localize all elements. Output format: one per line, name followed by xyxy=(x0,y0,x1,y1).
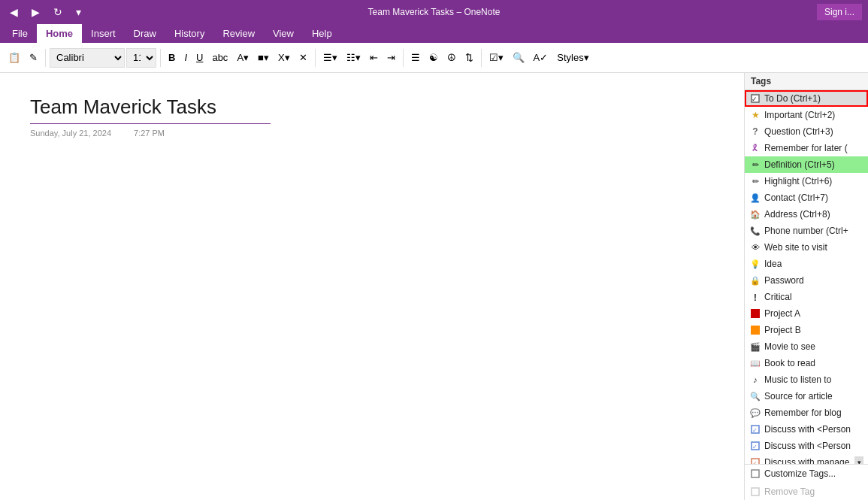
tag-label-book: Book to read xyxy=(764,358,815,368)
sign-in-button[interactable]: Sign i... xyxy=(817,4,862,20)
svg-text:✓: ✓ xyxy=(752,427,758,434)
tag-item-book[interactable]: 📖 Book to read xyxy=(745,355,868,371)
tag-item-important[interactable]: ★ Important (Ctrl+2) xyxy=(745,107,868,123)
align-left-button[interactable]: ☰ xyxy=(407,47,424,68)
window-title: Team Maverick Tasks – OneNote xyxy=(368,7,501,17)
toolbar: 📋 ✎ Calibri 11 B I U abc A▾ ■▾ X▾ ✕ ☰▾ ☷… xyxy=(0,43,868,73)
note-title: Team Maverick Tasks xyxy=(30,95,271,124)
tag-item-source[interactable]: 🔍 Source for article xyxy=(745,388,868,405)
tab-review[interactable]: Review xyxy=(213,24,264,43)
tag-item-phone[interactable]: 📞 Phone number (Ctrl+ xyxy=(745,223,868,239)
toolbar-separator-4 xyxy=(403,49,404,67)
tag-item-discuss3[interactable]: ✓ Discuss with manage ▾ xyxy=(745,454,868,464)
tag-item-remember[interactable]: 🎗 Remember for later ( xyxy=(745,140,868,156)
title-bar-left: ◀ ▶ ↻ ▾ xyxy=(6,5,85,20)
main-area: Team Maverick Tasks Sunday, July 21, 202… xyxy=(0,73,868,500)
tag-item-password[interactable]: 🔒 Password xyxy=(745,272,868,289)
italic-button[interactable]: I xyxy=(180,47,191,68)
question-icon: ? xyxy=(749,126,761,138)
note-area[interactable]: Team Maverick Tasks Sunday, July 21, 202… xyxy=(0,73,744,500)
tags-panel: Tags ✓ To Do (Ctrl+1) ★ Important (Ctrl+… xyxy=(744,73,868,500)
font-family-select[interactable]: Calibri xyxy=(50,48,125,68)
customize-tags-item[interactable]: Customize Tags... xyxy=(745,465,868,483)
strikethrough-button[interactable]: abc xyxy=(208,47,231,68)
search-button[interactable]: 🔍 xyxy=(509,47,528,68)
tag-item-address[interactable]: 🏠 Address (Ctrl+8) xyxy=(745,206,868,223)
tag-label-movie: Movie to see xyxy=(764,341,815,352)
tag-label-discuss2: Discuss with <Person xyxy=(764,441,851,451)
tab-insert[interactable]: Insert xyxy=(82,24,125,43)
align-center-button[interactable]: ☯ xyxy=(425,47,442,68)
paste-button[interactable]: 📋 xyxy=(5,47,24,68)
tag-item-music[interactable]: ♪ Music to listen to xyxy=(745,371,868,388)
tab-help[interactable]: Help xyxy=(303,24,341,43)
highlight-button[interactable]: ■▾ xyxy=(254,47,273,68)
tag-item-question[interactable]: ? Question (Ctrl+3) xyxy=(745,123,868,140)
tag-label-critical: Critical xyxy=(764,292,792,302)
bold-button[interactable]: B xyxy=(165,47,179,68)
tag-label-address: Address (Ctrl+8) xyxy=(764,209,830,220)
bulb-icon: 💡 xyxy=(749,258,761,270)
forward-button[interactable]: ▶ xyxy=(28,5,44,20)
subscript-button[interactable]: X▾ xyxy=(274,47,294,68)
tag-item-idea[interactable]: 💡 Idea xyxy=(745,256,868,272)
font-color-button[interactable]: A▾ xyxy=(233,47,253,68)
tag-item-discuss1[interactable]: ✓ Discuss with <Person xyxy=(745,421,868,438)
discuss2-icon: ✓ xyxy=(749,440,761,452)
tag-label-source: Source for article xyxy=(764,391,833,402)
movie-icon: 🎬 xyxy=(749,341,761,353)
spelling-button[interactable]: A✓ xyxy=(530,47,552,68)
tag-item-contact[interactable]: 👤 Contact (Ctrl+7) xyxy=(745,189,868,206)
numbering-button[interactable]: ☷▾ xyxy=(343,47,364,68)
customize-tags-label: Customize Tags... xyxy=(764,468,836,479)
tag-label-projecta: Project A xyxy=(764,308,800,319)
toolbar-separator-5 xyxy=(481,49,482,67)
tag-label-discuss3: Discuss with manage xyxy=(764,457,854,464)
tag-label-music: Music to listen to xyxy=(764,374,831,385)
tab-file[interactable]: File xyxy=(3,24,37,43)
tag-item-critical[interactable]: ! Critical xyxy=(745,289,868,305)
tag-item-website[interactable]: 👁 Web site to visit xyxy=(745,239,868,256)
indent-button[interactable]: ⇥ xyxy=(383,47,399,68)
tag-item-highlight[interactable]: ✏ Highlight (Ctrl+6) xyxy=(745,173,868,189)
house-icon: 🏠 xyxy=(749,208,761,220)
discuss3-dropdown-arrow[interactable]: ▾ xyxy=(854,456,863,464)
exclamation-icon: ! xyxy=(749,291,761,303)
clear-format-button[interactable]: ✕ xyxy=(295,47,311,68)
tab-history[interactable]: History xyxy=(165,24,213,43)
back-button[interactable]: ◀ xyxy=(6,5,22,20)
toolbar-separator-3 xyxy=(315,49,316,67)
tab-view[interactable]: View xyxy=(264,24,303,43)
tags-button[interactable]: ☑▾ xyxy=(485,47,507,68)
music-icon: ♪ xyxy=(749,374,761,386)
undo-button[interactable]: ↻ xyxy=(50,5,66,20)
project-a-icon xyxy=(749,308,761,320)
tag-item-blog[interactable]: 💬 Remember for blog xyxy=(745,405,868,421)
align-right-button[interactable]: ☮ xyxy=(443,47,460,68)
tab-home[interactable]: Home xyxy=(37,24,82,43)
pencil-icon: ✏ xyxy=(749,159,761,171)
styles-button[interactable]: Styles▾ xyxy=(553,47,592,68)
tag-item-discuss2[interactable]: ✓ Discuss with <Person xyxy=(745,438,868,454)
tab-draw[interactable]: Draw xyxy=(125,24,165,43)
outdent-button[interactable]: ⇤ xyxy=(366,47,382,68)
svg-text:✓: ✓ xyxy=(752,95,758,103)
bullets-button[interactable]: ☰▾ xyxy=(319,47,341,68)
remove-icon xyxy=(749,486,761,498)
tag-item-todo[interactable]: ✓ To Do (Ctrl+1) xyxy=(745,90,868,107)
project-b-icon xyxy=(749,324,761,336)
tag-label-idea: Idea xyxy=(764,259,782,269)
underline-button[interactable]: U xyxy=(192,47,207,68)
line-spacing-button[interactable]: ⇅ xyxy=(461,47,477,68)
tag-item-projectb[interactable]: Project B xyxy=(745,322,868,338)
font-size-select[interactable]: 11 xyxy=(126,48,156,68)
tag-label-phone: Phone number (Ctrl+ xyxy=(764,226,848,236)
quick-access-button[interactable]: ▾ xyxy=(72,5,85,20)
tag-item-definition[interactable]: ✏ Definition (Ctrl+5) xyxy=(745,156,868,173)
tag-item-projecta[interactable]: Project A xyxy=(745,305,868,322)
blog-icon: 💬 xyxy=(749,407,761,419)
tag-label-important: Important (Ctrl+2) xyxy=(764,110,835,120)
tag-item-movie[interactable]: 🎬 Movie to see xyxy=(745,338,868,355)
checkbox-checked-icon: ✓ xyxy=(749,92,761,105)
format-painter-button[interactable]: ✎ xyxy=(26,47,41,68)
